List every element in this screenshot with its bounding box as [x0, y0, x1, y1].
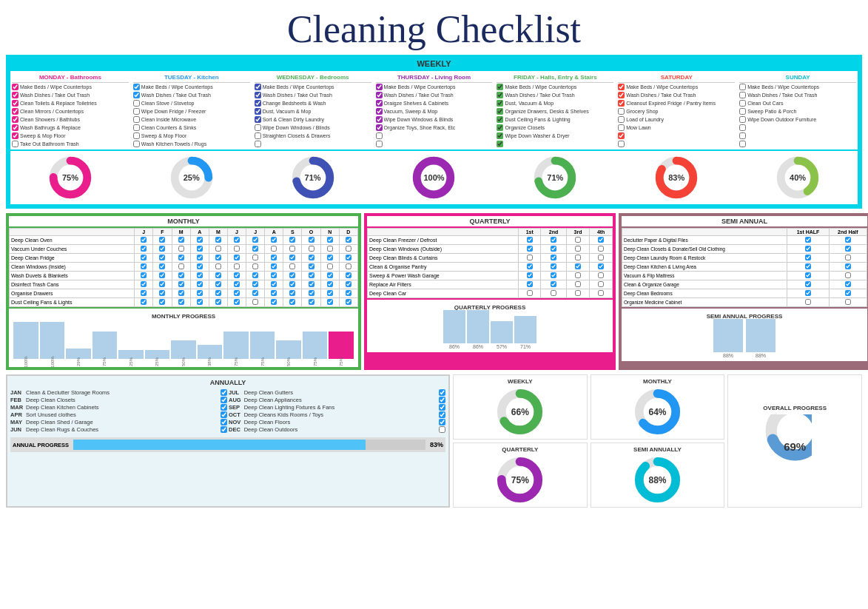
monthly-cb-1-7[interactable]: [271, 246, 277, 252]
monthly-cb-5-3[interactable]: [197, 281, 203, 287]
monthly-cb-4-10[interactable]: [327, 272, 333, 278]
monthly-cb-2-10[interactable]: [327, 255, 333, 260]
monthly-cb-2-0[interactable]: [141, 255, 147, 260]
semiannual-cb-7-1[interactable]: [845, 299, 851, 305]
monthly-cb-0-9[interactable]: [309, 237, 314, 243]
monthly-cb-6-11[interactable]: [346, 290, 351, 296]
annual-left-cb-3[interactable]: [221, 411, 227, 418]
monthly-cb-5-0[interactable]: [141, 281, 147, 287]
monthly-cb-0-2[interactable]: [178, 237, 184, 243]
monthly-cb-7-2[interactable]: [178, 299, 184, 305]
checkbox-0-7[interactable]: [12, 141, 18, 147]
monthly-cb-5-1[interactable]: [159, 281, 165, 287]
monthly-cb-6-2[interactable]: [178, 290, 184, 296]
checkbox-5-7[interactable]: [618, 141, 625, 147]
monthly-cb-7-3[interactable]: [197, 299, 203, 305]
monthly-cb-6-5[interactable]: [234, 290, 240, 296]
monthly-cb-6-3[interactable]: [197, 290, 203, 296]
monthly-cb-3-9[interactable]: [309, 263, 314, 269]
quarterly-cb-0-0[interactable]: [527, 237, 533, 243]
monthly-cb-0-11[interactable]: [346, 237, 351, 243]
semiannual-cb-4-0[interactable]: [805, 272, 811, 278]
checkbox-5-3[interactable]: [618, 108, 625, 115]
checkbox-1-1[interactable]: [133, 92, 140, 98]
quarterly-cb-1-0[interactable]: [527, 246, 533, 252]
monthly-cb-4-2[interactable]: [178, 272, 184, 278]
semiannual-cb-7-0[interactable]: [805, 299, 811, 305]
monthly-cb-6-1[interactable]: [159, 290, 165, 296]
checkbox-6-3[interactable]: [739, 108, 746, 115]
quarterly-cb-4-3[interactable]: [598, 272, 604, 278]
annual-left-cb-1[interactable]: [221, 397, 227, 403]
checkbox-5-4[interactable]: [618, 116, 625, 123]
monthly-cb-2-7[interactable]: [271, 255, 277, 260]
monthly-cb-0-5[interactable]: [234, 237, 240, 243]
monthly-cb-5-6[interactable]: [252, 281, 258, 287]
monthly-cb-6-4[interactable]: [215, 290, 221, 296]
monthly-cb-4-0[interactable]: [141, 272, 147, 278]
monthly-cb-7-10[interactable]: [327, 299, 333, 305]
quarterly-cb-4-1[interactable]: [551, 272, 556, 278]
quarterly-cb-2-0[interactable]: [527, 255, 533, 260]
quarterly-cb-1-3[interactable]: [598, 246, 604, 252]
semiannual-cb-6-0[interactable]: [805, 290, 811, 296]
monthly-cb-7-8[interactable]: [289, 299, 295, 305]
monthly-cb-3-7[interactable]: [271, 263, 277, 269]
quarterly-cb-0-1[interactable]: [551, 237, 556, 243]
monthly-cb-6-6[interactable]: [252, 290, 258, 296]
monthly-cb-6-9[interactable]: [309, 290, 314, 296]
checkbox-1-6[interactable]: [133, 132, 140, 139]
monthly-cb-1-6[interactable]: [252, 246, 258, 252]
monthly-cb-0-6[interactable]: [252, 237, 258, 243]
annual-left-cb-4[interactable]: [221, 419, 227, 425]
quarterly-cb-0-3[interactable]: [598, 237, 604, 243]
checkbox-6-6[interactable]: [739, 132, 746, 139]
monthly-cb-4-8[interactable]: [289, 272, 295, 278]
monthly-cb-4-3[interactable]: [197, 272, 203, 278]
checkbox-6-5[interactable]: [739, 124, 746, 131]
checkbox-0-3[interactable]: [12, 108, 18, 115]
monthly-cb-1-2[interactable]: [178, 246, 184, 252]
semiannual-cb-4-1[interactable]: [845, 272, 851, 278]
monthly-cb-0-4[interactable]: [215, 237, 221, 243]
semiannual-cb-3-0[interactable]: [805, 263, 811, 269]
monthly-cb-4-11[interactable]: [346, 272, 351, 278]
monthly-cb-2-3[interactable]: [197, 255, 203, 260]
checkbox-1-0[interactable]: [133, 84, 140, 90]
monthly-cb-2-6[interactable]: [252, 255, 258, 260]
checkbox-0-1[interactable]: [12, 92, 18, 98]
monthly-cb-6-0[interactable]: [141, 290, 147, 296]
quarterly-cb-5-1[interactable]: [551, 281, 556, 287]
quarterly-cb-2-2[interactable]: [575, 255, 581, 260]
monthly-cb-7-1[interactable]: [159, 299, 165, 305]
checkbox-3-7[interactable]: [376, 141, 383, 147]
semiannual-cb-5-0[interactable]: [805, 281, 811, 287]
checkbox-2-4[interactable]: [255, 116, 261, 123]
monthly-cb-5-10[interactable]: [327, 281, 333, 287]
checkbox-2-3[interactable]: [255, 108, 261, 115]
checkbox-6-7[interactable]: [739, 141, 746, 147]
monthly-cb-7-11[interactable]: [346, 299, 351, 305]
checkbox-0-4[interactable]: [12, 116, 18, 123]
monthly-cb-5-7[interactable]: [271, 281, 277, 287]
monthly-cb-7-4[interactable]: [215, 299, 221, 305]
annual-right-cb-3[interactable]: [439, 411, 445, 418]
semiannual-cb-1-1[interactable]: [845, 246, 851, 252]
monthly-cb-3-11[interactable]: [346, 263, 351, 269]
quarterly-cb-6-0[interactable]: [527, 290, 533, 296]
checkbox-0-5[interactable]: [12, 124, 18, 131]
checkbox-2-7[interactable]: [255, 141, 261, 147]
checkbox-6-2[interactable]: [739, 100, 746, 107]
monthly-cb-4-9[interactable]: [309, 272, 314, 278]
quarterly-cb-6-1[interactable]: [551, 290, 556, 296]
monthly-cb-0-1[interactable]: [159, 237, 165, 243]
checkbox-1-4[interactable]: [133, 116, 140, 123]
checkbox-3-2[interactable]: [376, 100, 383, 107]
quarterly-cb-4-0[interactable]: [527, 272, 533, 278]
monthly-cb-1-1[interactable]: [159, 246, 165, 252]
quarterly-cb-5-2[interactable]: [575, 281, 581, 287]
monthly-cb-7-7[interactable]: [271, 299, 277, 305]
checkbox-2-1[interactable]: [255, 92, 261, 98]
monthly-cb-3-3[interactable]: [197, 263, 203, 269]
monthly-cb-7-0[interactable]: [141, 299, 147, 305]
